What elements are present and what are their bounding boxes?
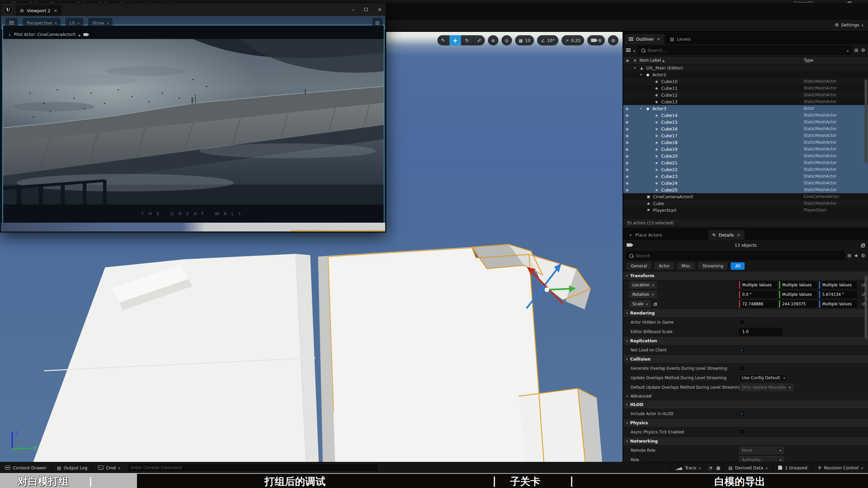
property-dropdown[interactable]: None	[739, 447, 784, 454]
filter-chip[interactable]: All	[731, 262, 745, 270]
unsaved-button[interactable]: 1 Unsaved	[773, 462, 812, 473]
outliner-row[interactable]: ▾ Cube25 StaticMeshActor	[623, 186, 868, 193]
visibility-eye-icon[interactable]	[626, 147, 629, 151]
revision-control-button[interactable]: Revision Control	[813, 462, 868, 473]
show-button[interactable]: Show	[88, 18, 113, 27]
value-x-field[interactable]: 72.748886	[739, 300, 777, 308]
property-dropdown[interactable]: Only Update Movable	[739, 384, 793, 391]
minimize-icon[interactable]: –	[352, 7, 354, 12]
lit-button[interactable]: Lit	[65, 18, 83, 27]
expander-chevron-icon[interactable]: ▾	[640, 107, 645, 110]
viewport-2-titlebar[interactable]: U Viewport 2 – ×	[0, 3, 386, 16]
pin-column-star-icon[interactable]: ★	[633, 58, 637, 63]
outliner-row[interactable]: ▾ Cube10 StaticMeshActor	[623, 78, 868, 85]
property-checkbox[interactable]	[739, 429, 745, 435]
details-search-input[interactable]	[636, 253, 842, 258]
visibility-eye-icon[interactable]	[626, 167, 629, 172]
section-header-collision[interactable]: ▾ Collision	[623, 354, 868, 363]
grid-snap-control[interactable]: 10	[515, 35, 534, 45]
outliner-row[interactable]: ▾ Cube17 StaticMeshActor	[623, 132, 868, 139]
transform-axis-dropdown[interactable]: Rotation	[629, 291, 657, 298]
outliner-row[interactable]: ▾ Cube13 StaticMeshActor	[623, 98, 868, 105]
outliner-row[interactable]: ▾ Cube12 StaticMeshActor	[623, 92, 868, 98]
value-x-field[interactable]: 0.0 °	[739, 291, 777, 298]
outliner-row[interactable]: ▾ Cube16 StaticMeshActor	[623, 125, 868, 132]
close-icon[interactable]	[54, 8, 58, 13]
outliner-row[interactable]: ▾ Cube11 StaticMeshActor	[623, 85, 868, 92]
advanced-expander-row[interactable]: ▸ Advanced	[623, 392, 868, 400]
outliner-row[interactable]: ▾ Actor3 Actor	[623, 105, 868, 112]
outliner-row[interactable]: ▾ Cube20 StaticMeshActor	[623, 152, 868, 159]
insights-icon[interactable]	[709, 465, 712, 470]
lock-icon[interactable]	[861, 245, 865, 247]
expander-chevron-icon[interactable]: ▾	[634, 66, 639, 69]
scale-snap-control[interactable]: 0.25	[561, 35, 584, 45]
capture-icon[interactable]	[716, 465, 720, 470]
section-header-rendering[interactable]: ▾ Rendering	[623, 308, 868, 317]
cmd-button[interactable]: >_ Cmd	[93, 462, 125, 473]
surface-snap-button[interactable]	[501, 35, 512, 45]
section-header-networking[interactable]: ▾ Networking	[623, 436, 868, 445]
close-icon[interactable]	[656, 36, 660, 42]
outliner-row[interactable]: ▾ Cube22 StaticMeshActor	[623, 166, 868, 173]
world-local-toggle[interactable]	[488, 35, 498, 45]
visibility-eye-icon[interactable]	[626, 120, 629, 124]
visibility-eye-icon[interactable]	[626, 113, 629, 118]
tab-outliner[interactable]: Outliner	[625, 34, 665, 44]
outliner-row[interactable]: ▾ Cube23 StaticMeshActor	[623, 173, 868, 180]
transform-axis-dropdown[interactable]: Location	[629, 281, 657, 289]
camera-speed-control[interactable]: 8	[587, 35, 605, 45]
outliner-row[interactable]: ▾ PlayerStart PlayerStart	[623, 207, 868, 214]
content-drawer-button[interactable]: Content Drawer	[0, 462, 52, 473]
outliner-row[interactable]: ▾ Cube18 StaticMeshActor	[623, 139, 868, 146]
type-column-header[interactable]: Type	[801, 57, 813, 64]
value-z-field[interactable]: 5.674134 °	[819, 291, 857, 298]
details-scrollbar[interactable]	[865, 276, 867, 339]
property-dropdown[interactable]: Authority	[739, 456, 784, 462]
property-dropdown[interactable]: Use Config Default	[739, 374, 788, 382]
outliner-row[interactable]: ▾ Cube24 StaticMeshActor	[623, 180, 868, 186]
property-checkbox[interactable]	[739, 319, 745, 325]
filter-icon[interactable]	[626, 48, 631, 52]
outliner-row[interactable]: ▾ Cube21 StaticMeshActor	[623, 159, 868, 166]
visibility-eye-icon[interactable]	[626, 140, 629, 145]
visibility-eye-icon[interactable]	[626, 174, 629, 179]
visibility-column-eye-icon[interactable]: ◉	[626, 58, 629, 63]
maximize-icon[interactable]	[364, 8, 368, 11]
close-icon[interactable]: ×	[378, 7, 382, 12]
item-label-column-header[interactable]: Item Label ▲	[639, 58, 665, 63]
visibility-eye-icon[interactable]	[626, 106, 629, 111]
favorites-star-icon[interactable]	[854, 253, 859, 258]
section-header-hlod[interactable]: ▾ HLOD	[623, 400, 868, 409]
scale-tool-button[interactable]	[473, 35, 485, 45]
value-x-field[interactable]: Multiple Values	[739, 281, 777, 289]
visibility-eye-icon[interactable]	[626, 188, 629, 192]
outliner-row[interactable]: ▾ CineCameraActor0 CineCameraActor	[623, 193, 868, 200]
tab-place-actors[interactable]: + Place Actors	[625, 230, 666, 240]
tab-levels[interactable]: Levels	[666, 34, 695, 44]
visibility-eye-icon[interactable]	[626, 134, 629, 138]
visibility-eye-icon[interactable]	[626, 161, 629, 165]
move-tool-button[interactable]	[449, 35, 461, 45]
filter-chip[interactable]: Misc	[677, 262, 695, 270]
display-options-icon[interactable]	[847, 253, 851, 258]
visibility-eye-icon[interactable]	[626, 127, 629, 131]
details-settings-gear-icon[interactable]	[861, 253, 865, 258]
filter-chevron-icon[interactable]	[633, 47, 635, 54]
tab-details[interactable]: ✎ Details	[708, 230, 745, 240]
close-icon[interactable]	[737, 232, 741, 238]
section-header-transform[interactable]: ▾ Transform	[623, 271, 868, 280]
section-header-replication[interactable]: ▾ Replication	[623, 336, 868, 345]
outliner-row[interactable]: ▾ Actor2	[623, 71, 868, 78]
filter-chip[interactable]: General	[627, 262, 651, 270]
value-y-field[interactable]: 244.109375	[779, 300, 817, 308]
transform-axis-dropdown[interactable]: Scale	[629, 300, 651, 308]
outliner-row[interactable]: ▾ LVL_Main (Editor)	[623, 64, 868, 71]
property-checkbox[interactable]	[739, 347, 745, 353]
eject-pilot-icon[interactable]	[78, 32, 80, 37]
outliner-row[interactable]: ▾ Cube14 StaticMeshActor	[623, 112, 868, 119]
expander-chevron-icon[interactable]: ▾	[640, 73, 645, 76]
outliner-row[interactable]: ▾ Cube15 StaticMeshActor	[623, 119, 868, 125]
pilot-actor-pill[interactable]: Pilot Actor: CineCameraActor0	[4, 30, 92, 39]
outliner-row[interactable]: ▾ Cube StaticMeshActor	[623, 200, 868, 207]
